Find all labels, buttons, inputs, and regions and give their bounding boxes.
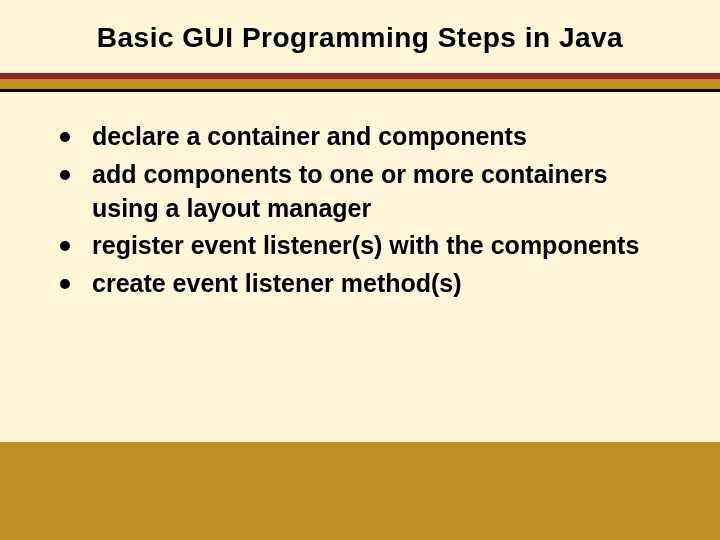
bullet-text: create event listener method(s) (92, 267, 462, 301)
list-item: create event listener method(s) (60, 267, 670, 301)
bullet-icon (60, 170, 70, 180)
bullet-list: declare a container and components add c… (60, 120, 670, 301)
list-item: add components to one or more containers… (60, 158, 670, 226)
bullet-icon (60, 132, 70, 142)
bullet-text: declare a container and components (92, 120, 527, 154)
list-item: register event listener(s) with the comp… (60, 229, 670, 263)
bullet-text: register event listener(s) with the comp… (92, 229, 639, 263)
content-area: declare a container and components add c… (0, 92, 720, 442)
slide-title: Basic GUI Programming Steps in Java (40, 20, 680, 55)
slide: Basic GUI Programming Steps in Java decl… (0, 0, 720, 540)
bullet-icon (60, 241, 70, 251)
divider-group (0, 73, 720, 92)
list-item: declare a container and components (60, 120, 670, 154)
bullet-icon (60, 279, 70, 289)
footer-bar (0, 510, 720, 540)
bullet-text: add components to one or more containers… (92, 158, 670, 226)
title-area: Basic GUI Programming Steps in Java (0, 0, 720, 73)
divider-gap (0, 79, 720, 89)
